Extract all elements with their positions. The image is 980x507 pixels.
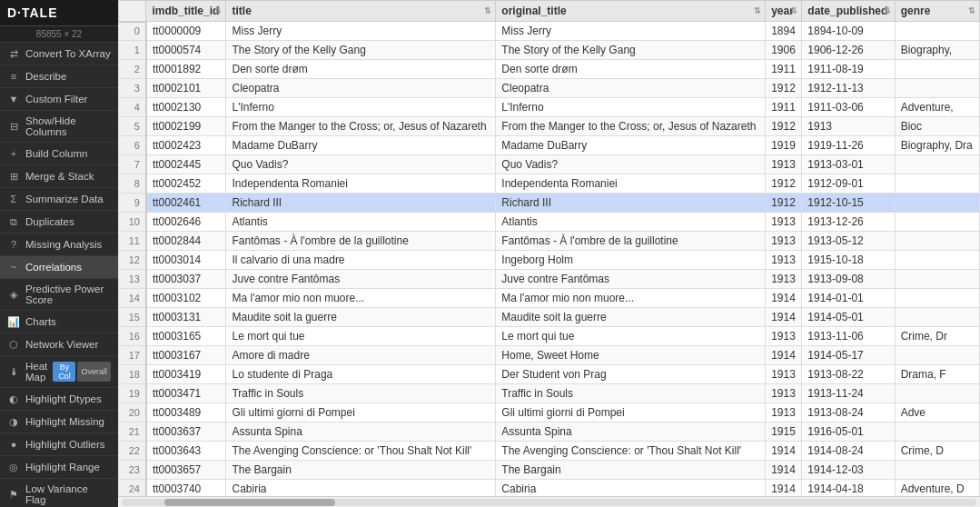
- sidebar-item-custom-filter[interactable]: ▼Custom Filter: [0, 88, 118, 111]
- col-header-original_title[interactable]: original_title⇅: [496, 1, 766, 22]
- cell-title: Il calvario di una madre: [226, 251, 496, 270]
- cell-original_title: Juve contre Fantômas: [496, 270, 766, 289]
- sidebar-item-show-hide[interactable]: ⊟Show/Hide Columns: [0, 111, 118, 143]
- cell-imdb_title_id: tt0002101: [146, 79, 226, 98]
- sidebar-item-correlations[interactable]: ~Correlations: [0, 256, 118, 279]
- cell-date_published: 1894-10-09: [802, 22, 895, 41]
- table-row[interactable]: 9tt0002461Richard IIIRichard III19121912…: [119, 194, 980, 213]
- row-number: 3: [119, 79, 146, 98]
- cell-title: The Story of the Kelly Gang: [226, 41, 496, 60]
- cell-year: 1894: [766, 22, 802, 41]
- cell-title: Atlantis: [226, 213, 496, 232]
- col-header-year[interactable]: year⇅: [766, 1, 802, 22]
- table-row[interactable]: 21tt0003637Assunta SpinaAssunta Spina191…: [119, 422, 980, 442]
- col-header-title[interactable]: title⇅: [226, 1, 496, 22]
- logo-text: D·TALE: [7, 5, 58, 20]
- cell-date_published: 1919-11-26: [802, 136, 895, 155]
- table-row[interactable]: 17tt0003167Amore di madreHome, Sweet Hom…: [119, 346, 980, 365]
- col-header-imdb_title_id[interactable]: imdb_title_id⇅: [146, 1, 226, 22]
- sidebar-item-duplicates[interactable]: ⧉Duplicates: [0, 211, 118, 234]
- cell-year: 1914: [766, 289, 802, 308]
- table-row[interactable]: 18tt0003419Lo studente di PragaDer Stude…: [119, 365, 980, 384]
- table-row[interactable]: 16tt0003165Le mort qui tueLe mort qui tu…: [119, 327, 980, 346]
- cell-genre: [895, 22, 979, 41]
- horizontal-scrollbar[interactable]: [118, 496, 980, 507]
- cell-title: Juve contre Fantômas: [226, 270, 496, 289]
- cell-genre: [895, 155, 979, 174]
- table-row[interactable]: 19tt0003471Traffic in SoulsTraffic in So…: [119, 384, 980, 403]
- sidebar-item-charts[interactable]: 📊Charts: [0, 311, 118, 333]
- sidebar-item-convert[interactable]: ⇄Convert To XArray: [0, 43, 118, 65]
- sidebar-item-describe[interactable]: ≡Describe: [0, 65, 118, 88]
- table-row[interactable]: 2tt0001892Den sorte drømDen sorte drøm19…: [119, 60, 980, 79]
- sidebar-item-build-column[interactable]: +Build Column: [0, 143, 118, 165]
- cell-title: Gli ultimi giorni di Pompei: [226, 403, 496, 422]
- sidebar-item-summarize[interactable]: ΣSummarize Data: [0, 188, 118, 211]
- heat-map-icon: 🌡: [7, 365, 20, 378]
- table-container[interactable]: imdb_title_id⇅title⇅original_title⇅year⇅…: [118, 0, 980, 496]
- sidebar-item-low-variance[interactable]: ⚑Low Variance Flag: [0, 479, 118, 507]
- col-header-date_published[interactable]: date_published⇅: [802, 1, 895, 22]
- cell-year: 1913: [766, 365, 802, 384]
- row-number: 24: [119, 480, 146, 497]
- row-number: 17: [119, 346, 146, 365]
- cell-genre: [895, 174, 979, 194]
- cell-year: 1914: [766, 442, 802, 461]
- table-row[interactable]: 20tt0003489Gli ultimi giorni di PompeiGl…: [119, 403, 980, 422]
- table-row[interactable]: 7tt0002445Quo Vadis?Quo Vadis?19131913-0…: [119, 155, 980, 174]
- scrollbar-thumb[interactable]: [164, 499, 335, 506]
- sidebar-item-highlight-dtypes[interactable]: ◐Highlight Dtypes: [0, 388, 118, 411]
- table-row[interactable]: 24tt0003740CabiriaCabiria19141914-04-18A…: [119, 480, 980, 497]
- scrollbar-track[interactable]: [122, 499, 976, 506]
- table-row[interactable]: 1tt0000574The Story of the Kelly GangThe…: [119, 41, 980, 60]
- cell-genre: [895, 79, 979, 98]
- correlations-icon: ~: [7, 261, 20, 273]
- sidebar-item-network[interactable]: ⬡Network Viewer: [0, 333, 118, 356]
- cell-year: 1914: [766, 461, 802, 480]
- heat-map-btn-by-col[interactable]: By Col: [53, 362, 75, 382]
- table-row[interactable]: 12tt0003014Il calvario di una madreIngeb…: [119, 251, 980, 270]
- col-header-index: [119, 1, 146, 22]
- cell-date_published: 1911-08-19: [802, 60, 895, 79]
- table-row[interactable]: 3tt0002101CleopatraCleopatra19121912-11-…: [119, 79, 980, 98]
- table-row[interactable]: 4tt0002130L'InfernoL'Inferno19111911-03-…: [119, 98, 980, 117]
- table-row[interactable]: 8tt0002452Independenta RomanieiIndepende…: [119, 174, 980, 194]
- sidebar-item-merge-stack[interactable]: ⊞Merge & Stack: [0, 165, 118, 188]
- table-row[interactable]: 13tt0003037Juve contre FantômasJuve cont…: [119, 270, 980, 289]
- table-row[interactable]: 6tt0002423Madame DuBarryMadame DuBarry19…: [119, 136, 980, 155]
- cell-year: 1912: [766, 174, 802, 194]
- heat-map-btn-overall[interactable]: Overall: [77, 362, 111, 382]
- sidebar-item-highlight-missing[interactable]: ◑Highlight Missing: [0, 411, 118, 433]
- convert-label: Convert To XArray: [25, 48, 111, 59]
- data-table: imdb_title_id⇅title⇅original_title⇅year⇅…: [118, 0, 980, 496]
- sidebar-item-heat-map[interactable]: 🌡Heat MapBy ColOverall: [0, 356, 118, 388]
- row-number: 13: [119, 270, 146, 289]
- table-row[interactable]: 14tt0003102Ma l'amor mio non muore...Ma …: [119, 289, 980, 308]
- row-number: 1: [119, 41, 146, 60]
- merge-stack-label: Merge & Stack: [25, 171, 111, 182]
- cell-date_published: 1913-03-01: [802, 155, 895, 174]
- cell-genre: [895, 232, 979, 251]
- table-row[interactable]: 5tt0002199From the Manger to the Cross; …: [119, 117, 980, 136]
- cell-original_title: Ma l'amor mio non muore...: [496, 289, 766, 308]
- table-row[interactable]: 23tt0003657The BargainThe Bargain1914191…: [119, 461, 980, 480]
- table-row[interactable]: 15tt0003131Maudite soit la guerreMaudite…: [119, 308, 980, 327]
- sidebar-item-predictive[interactable]: ◈Predictive Power Score: [0, 279, 118, 311]
- table-row[interactable]: 11tt0002844Fantômas - À l'ombre de la gu…: [119, 232, 980, 251]
- table-row[interactable]: 0tt0000009Miss JerryMiss Jerry18941894-1…: [119, 22, 980, 41]
- table-row[interactable]: 10tt0002646AtlantisAtlantis19131913-12-2…: [119, 213, 980, 232]
- cell-title: L'Inferno: [226, 98, 496, 117]
- col-header-genre[interactable]: genre⇅: [895, 1, 979, 22]
- cell-year: 1913: [766, 251, 802, 270]
- sort-icon-original_title: ⇅: [754, 6, 761, 15]
- sidebar-item-missing[interactable]: ?Missing Analysis: [0, 234, 118, 256]
- sidebar-item-highlight-range[interactable]: ◎Highlight Range: [0, 456, 118, 479]
- row-number: 8: [119, 174, 146, 194]
- sort-icon-imdb_title_id: ⇅: [214, 6, 222, 15]
- sidebar-items: ⇄Convert To XArray≡Describe▼Custom Filte…: [0, 43, 118, 507]
- highlight-missing-icon: ◑: [7, 415, 20, 428]
- cell-date_published: 1914-01-01: [802, 289, 895, 308]
- describe-icon: ≡: [7, 70, 20, 83]
- sidebar-item-highlight-outliers[interactable]: ●Highlight Outliers: [0, 433, 118, 456]
- table-row[interactable]: 22tt0003643The Avenging Conscience: or '…: [119, 442, 980, 461]
